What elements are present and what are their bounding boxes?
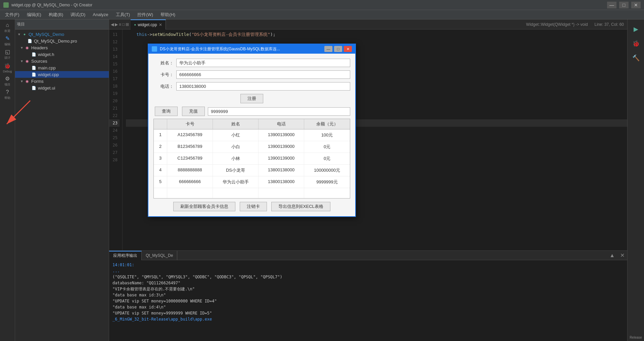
dialog-minimize-button[interactable]: — xyxy=(324,46,332,52)
dialog-body: 姓名： 卡号： 电话： 注册 查询 充值 xyxy=(148,54,355,216)
td-1-index: 1 xyxy=(154,129,167,141)
run-button[interactable]: ▶ xyxy=(630,23,642,36)
tree-item-widgeth[interactable]: 📄 widget.h xyxy=(15,51,109,58)
action-help-label: 帮助 xyxy=(4,96,10,100)
debug-run-icon: 🐞 xyxy=(632,40,640,47)
refresh-button[interactable]: 刷新全部顾客会员卡信息 xyxy=(173,202,235,211)
query-input[interactable] xyxy=(208,107,350,116)
editor-tabs: ◀ ▶ ≡ □ ⊞ ● widget.cpp ✕ Widget::Widget(… xyxy=(109,19,627,30)
action-project[interactable]: ⚙ 项目 xyxy=(1,75,14,88)
action-help[interactable]: ? 帮助 xyxy=(1,88,14,101)
output-close-icon[interactable]: ✕ xyxy=(617,252,627,259)
tree-item-sources[interactable]: ▼ ◉ Sources xyxy=(15,58,109,64)
close-button[interactable]: ✕ xyxy=(631,2,641,8)
tree-label-widgetcpp: widget.cpp xyxy=(38,72,59,77)
form-row-name: 姓名： xyxy=(153,59,350,67)
help-icon: ? xyxy=(6,89,9,95)
action-welcome[interactable]: ⌂ 欢迎 xyxy=(1,21,14,34)
tree-item-widgetui[interactable]: 📄 widget.ui xyxy=(15,84,109,91)
menu-file[interactable]: 文件(F) xyxy=(2,11,23,19)
tree-item-headers[interactable]: ▼ ◉ Headers xyxy=(15,44,109,51)
phone-input[interactable] xyxy=(176,82,350,91)
form-row-phone: 电话： xyxy=(153,82,350,91)
menu-tools[interactable]: 工具(T) xyxy=(112,11,134,19)
table-row-1: 1 A123456789 小红 13900139000 100元 xyxy=(154,129,350,141)
td-3-phone: 13900139000 xyxy=(259,153,304,164)
minimize-button[interactable]: — xyxy=(607,2,616,8)
td-2-name: 小白 xyxy=(213,141,259,153)
line-numbers: 11 12 13 14 15 16 17 18 19 20 21 22 23 2… xyxy=(109,30,123,250)
menu-debug[interactable]: 调试(D) xyxy=(67,11,89,19)
action-debug[interactable]: 🐞 Debug xyxy=(1,61,14,74)
sidebar-toolbar: 项目 xyxy=(15,19,109,30)
recharge-button[interactable]: 充值 xyxy=(182,107,205,116)
file-dot-icon: ● xyxy=(134,23,136,26)
export-button[interactable]: 导出信息到EXECL表格 xyxy=(271,202,330,211)
dialog-close-button[interactable]: ✕ xyxy=(344,46,352,52)
right-bar: ▶ 🐞 🔨 Release xyxy=(627,19,644,341)
cancel-card-button[interactable]: 注销卡 xyxy=(240,202,267,211)
tree-label-forms: Forms xyxy=(31,79,44,84)
tree-label-headers: Headers xyxy=(31,45,48,50)
tab-widgetcpp[interactable]: ● widget.cpp ✕ xyxy=(131,19,166,30)
root-arrow: ▼ xyxy=(16,33,22,36)
home-icon: ⌂ xyxy=(6,22,9,28)
release-label[interactable]: Release xyxy=(628,334,644,341)
td-5-index: 5 xyxy=(154,176,167,188)
card-label: 卡号： xyxy=(153,72,174,78)
table-row-2: 2 B123456789 小白 13900139000 0元 xyxy=(154,141,350,153)
td-1-balance: 100元 xyxy=(304,129,350,141)
menu-analyze[interactable]: Analyze xyxy=(89,11,111,18)
project-tree: ▼ ● Qt_MySQL_Demo 📄 Qt_MySQL_Demo.pro ▼ … xyxy=(15,30,109,341)
output-line-4: "data base max id:3\n" xyxy=(112,292,624,298)
output-tabs: 应用程序输出 Qt_MySQL_De ▲ ✕ xyxy=(109,251,627,260)
td-1-card: A123456789 xyxy=(167,129,213,141)
td-2-index: 2 xyxy=(154,141,167,153)
card-input[interactable] xyxy=(176,70,350,79)
table-row-3: 3 C123456789 小林 13900139000 0元 xyxy=(154,153,350,165)
build-button[interactable]: 🔨 xyxy=(630,52,642,64)
menu-help[interactable]: 帮助(H) xyxy=(157,11,179,19)
output-expand-icon[interactable]: ▲ xyxy=(607,252,617,259)
tab-qt-mysql[interactable]: Qt_MySQL_De xyxy=(142,251,177,260)
title-bar: widget.cpp @ Qt_MySQL_Demo - Qt Creator … xyxy=(0,0,644,10)
project-sidebar: 项目 ▼ ● Qt_MySQL_Demo 📄 Qt_MySQL_Demo.pro… xyxy=(15,19,109,341)
editor-breadcrumb: Widget::Widget(QWidget *) -> void xyxy=(523,22,591,27)
menu-build[interactable]: 构建(B) xyxy=(45,11,66,19)
tree-label-maincpp: main.cpp xyxy=(38,65,56,70)
dialog-maximize-button[interactable]: □ xyxy=(334,46,342,52)
menu-edit[interactable]: 编辑(E) xyxy=(24,11,45,19)
tree-label-widgetui: widget.ui xyxy=(38,86,55,91)
tree-item-maincpp[interactable]: 📄 main.cpp xyxy=(15,64,109,71)
file-icon-maincpp: 📄 xyxy=(31,65,37,70)
table-row-4: 4 8888888888 DS小龙哥 13800138000 100000000… xyxy=(154,165,350,176)
maximize-button[interactable]: □ xyxy=(619,2,629,8)
output-line-6: "data base max id:4\n" xyxy=(112,304,624,310)
tree-item-forms[interactable]: ▼ ◉ Forms xyxy=(15,78,109,84)
tree-item-widgetcpp[interactable]: 📄 widget.cpp xyxy=(15,71,109,78)
td-4-name: DS小龙哥 xyxy=(213,165,259,176)
folder-icon-headers: ◉ xyxy=(25,45,30,50)
menu-widgets[interactable]: 控件(W) xyxy=(134,11,156,19)
tree-root[interactable]: ▼ ● Qt_MySQL_Demo xyxy=(15,31,109,38)
action-design[interactable]: ◱ 设计 xyxy=(1,48,14,61)
query-button[interactable]: 查询 xyxy=(155,107,178,116)
th-card: 卡号 xyxy=(167,119,213,129)
name-input[interactable] xyxy=(176,59,350,67)
output-line-timestamp: 14:01:01: xyxy=(112,262,624,268)
register-button[interactable]: 注册 xyxy=(240,94,263,103)
edit-icon: ✎ xyxy=(5,35,10,42)
tab-close-widgetcpp[interactable]: ✕ xyxy=(159,22,162,27)
action-bar: ⌂ 欢迎 ✎ 编辑 ◱ 设计 🐞 Debug ⚙ 项目 ? 帮助 xyxy=(0,19,15,341)
action-design-label: 设计 xyxy=(4,56,10,60)
td-2-phone: 13900139000 xyxy=(259,141,304,153)
output-content: 14:01:01: ... ("QSQLITE", "QMYSQL", "QMY… xyxy=(109,260,627,341)
td-4-index: 4 xyxy=(154,165,167,176)
output-build-path: _6_MinGW_32_bit-Release\app_build\app.ex… xyxy=(112,316,624,322)
tab-app-output[interactable]: 应用程序输出 xyxy=(109,251,142,260)
action-edit[interactable]: ✎ 编辑 xyxy=(1,35,14,47)
tree-item-pro[interactable]: 📄 Qt_MySQL_Demo.pro xyxy=(15,38,109,44)
th-balance: 余额（元） xyxy=(304,119,350,129)
table-header: 卡号 姓名 电话 余额（元） xyxy=(154,119,350,129)
debug-run-button[interactable]: 🐞 xyxy=(630,37,642,50)
